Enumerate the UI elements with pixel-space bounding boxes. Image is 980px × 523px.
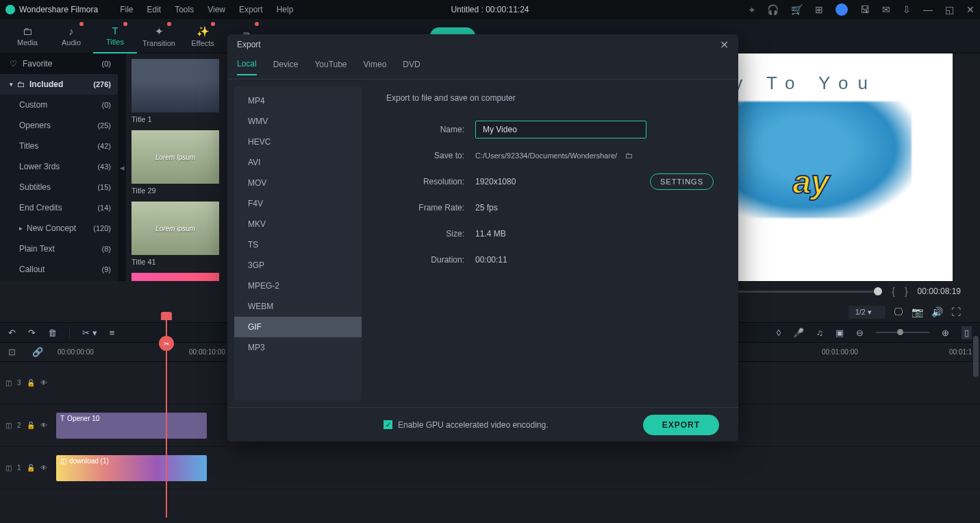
export-button[interactable]: EXPORT	[643, 415, 719, 435]
playhead-knob[interactable]: ✂	[159, 336, 174, 351]
export-tab-vimeo[interactable]: Vimeo	[364, 60, 387, 75]
fmt-wmv[interactable]: WMV	[234, 111, 362, 132]
sidebar-item-custom[interactable]: Custom(0)	[0, 95, 118, 115]
lock-icon[interactable]: 🔓	[27, 422, 35, 429]
tab-effects[interactable]: ✨Effects	[181, 19, 225, 53]
fmt-mkv[interactable]: MKV	[234, 214, 362, 234]
maximize-icon[interactable]: ◱	[945, 4, 954, 15]
track-type-icon: ◫	[5, 422, 12, 429]
tab-titles[interactable]: TTitles	[93, 19, 137, 53]
menu-view[interactable]: View	[208, 5, 225, 14]
sidebar-included[interactable]: ▾🗀Included(276)	[0, 74, 118, 95]
sidebar-item-plaintext[interactable]: Plain Text(8)	[0, 239, 118, 259]
export-tab-device[interactable]: Device	[273, 60, 299, 75]
marker-icon[interactable]: ◊	[777, 328, 781, 338]
fmt-mpeg2[interactable]: MPEG-2	[234, 276, 362, 296]
eye-icon[interactable]: 👁	[40, 379, 47, 387]
redo-icon[interactable]: ↷	[28, 328, 36, 338]
fmt-mp4[interactable]: MP4	[234, 90, 362, 111]
sidebar-item-subtitles[interactable]: Subtitles(15)	[0, 177, 118, 197]
caption-icon[interactable]: ▣	[835, 328, 844, 338]
mark-out-icon[interactable]: }	[905, 286, 908, 297]
zoom-select[interactable]: 1/2 ▾	[849, 306, 885, 319]
titles-icon: T	[112, 25, 118, 36]
menu-export[interactable]: Export	[239, 5, 263, 14]
snapshot-icon[interactable]: 📷	[912, 306, 923, 317]
fmt-3gp[interactable]: 3GP	[234, 255, 362, 276]
lock-icon[interactable]: 🔓	[27, 464, 35, 472]
cart-icon[interactable]: 🛒	[791, 4, 803, 15]
fmt-gif[interactable]: GIF	[234, 317, 362, 337]
sidebar-favorite[interactable]: ♡Favorite(0)	[0, 53, 118, 74]
music-icon[interactable]: ♫	[816, 328, 823, 338]
headset-icon[interactable]: 🎧	[767, 4, 779, 15]
fullscreen-icon[interactable]: ⛶	[951, 306, 961, 317]
save-icon[interactable]: 🖫	[860, 4, 870, 15]
minimize-icon[interactable]: —	[923, 4, 933, 15]
fmt-hevc[interactable]: HEVC	[234, 132, 362, 152]
name-label: Name:	[386, 125, 475, 134]
sidebar-item-titles[interactable]: Titles(42)	[0, 136, 118, 156]
manage-tracks-icon[interactable]: ⊡	[8, 347, 16, 357]
delete-icon[interactable]: 🗑	[48, 328, 57, 338]
gpu-checkbox[interactable]: ✓	[384, 420, 392, 429]
sidebar-item-callout[interactable]: Callout(9)	[0, 259, 118, 280]
gift-icon[interactable]: ⊞	[815, 4, 823, 15]
close-icon[interactable]: ✕	[966, 4, 975, 15]
export-tab-dvd[interactable]: DVD	[403, 60, 420, 75]
timeline-scrollbar[interactable]	[973, 336, 979, 377]
tip-icon[interactable]: ⌖	[749, 4, 755, 16]
close-icon[interactable]: ✕	[720, 38, 729, 51]
link-icon[interactable]: 🔗	[32, 347, 43, 357]
export-tab-local[interactable]: Local	[237, 59, 257, 75]
export-tab-youtube[interactable]: YouTube	[314, 60, 347, 75]
voiceover-icon[interactable]: 🎤	[793, 328, 804, 338]
sidebar-item-endcredits[interactable]: End Credits(14)	[0, 197, 118, 218]
sidebar-item-openers[interactable]: Openers(25)	[0, 115, 118, 136]
track-1[interactable]: ◫1🔓👁 ◫download (1)	[0, 447, 980, 489]
tab-media[interactable]: 🗀Media	[5, 19, 49, 53]
zoom-in-icon[interactable]: ⊕	[942, 328, 949, 338]
cut-icon[interactable]: ✂ ▾	[82, 328, 97, 338]
display-icon[interactable]: 🖵	[894, 306, 903, 317]
clip-opener10[interactable]: TOpener 10	[56, 413, 207, 439]
zoom-out-icon[interactable]: ⊖	[856, 328, 864, 338]
tab-transition[interactable]: ✦Transition	[137, 19, 181, 53]
mail-icon[interactable]: ✉	[882, 4, 890, 15]
zoom-slider[interactable]	[876, 332, 929, 333]
title-thumb-29[interactable]: Lorem Ipsum	[131, 130, 219, 184]
name-input[interactable]	[475, 121, 646, 138]
title-thumb-4[interactable]: TITLE HERE	[131, 273, 219, 281]
fmt-mov[interactable]: MOV	[234, 173, 362, 193]
mark-in-icon[interactable]: {	[892, 286, 895, 297]
menu-help[interactable]: Help	[277, 5, 294, 14]
sidebar-item-newconcept[interactable]: ▸New Concept(120)	[0, 218, 118, 239]
menu-file[interactable]: File	[120, 5, 133, 14]
clip-download1[interactable]: ◫download (1)	[56, 455, 207, 481]
app-logo-icon	[5, 5, 15, 14]
avatar[interactable]	[835, 3, 848, 16]
fmt-webm[interactable]: WEBM	[234, 296, 362, 317]
progress-slider-remaining[interactable]	[723, 291, 882, 293]
collapse-handle[interactable]: ◂	[118, 53, 126, 281]
fit-icon[interactable]: ▯	[962, 326, 972, 339]
fmt-mp3[interactable]: MP3	[234, 337, 362, 358]
settings-button[interactable]: SETTINGS	[650, 173, 714, 190]
sidebar-item-lower3rds[interactable]: Lower 3rds(43)	[0, 156, 118, 177]
undo-icon[interactable]: ↶	[8, 328, 16, 338]
eye-icon[interactable]: 👁	[40, 464, 47, 472]
lock-icon[interactable]: 🔓	[27, 379, 35, 387]
fmt-ts[interactable]: TS	[234, 234, 362, 255]
volume-icon[interactable]: 🔊	[931, 306, 943, 317]
eye-icon[interactable]: 👁	[40, 422, 47, 429]
title-thumb-41[interactable]: Lorem ipsum	[131, 202, 219, 255]
adjust-icon[interactable]: ≡	[110, 328, 115, 338]
title-thumb-1[interactable]	[131, 59, 219, 112]
browse-folder-icon[interactable]: 🗀	[625, 151, 633, 160]
fmt-avi[interactable]: AVI	[234, 152, 362, 173]
menu-tools[interactable]: Tools	[175, 5, 194, 14]
menu-edit[interactable]: Edit	[147, 5, 162, 14]
mic-icon[interactable]: ⇩	[903, 4, 911, 15]
tab-audio[interactable]: ♪Audio	[49, 19, 93, 53]
fmt-f4v[interactable]: F4V	[234, 193, 362, 214]
